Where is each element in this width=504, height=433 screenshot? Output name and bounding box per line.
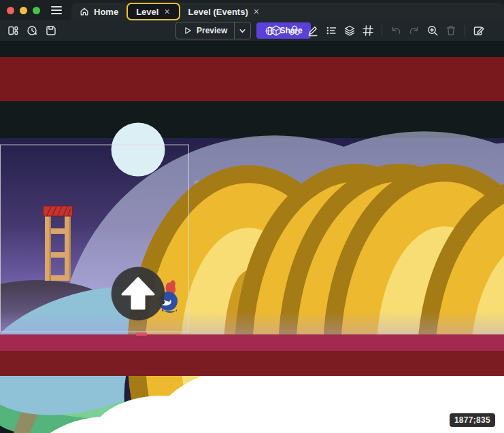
layers-icon[interactable] <box>342 23 357 38</box>
save-icon[interactable] <box>44 23 58 38</box>
panels-icon[interactable] <box>5 23 20 38</box>
hamburger-icon[interactable] <box>51 6 62 14</box>
tab-strip: Home Level × Level (Events) × <box>71 3 504 20</box>
zoom-window-button[interactable] <box>33 7 40 14</box>
top-red-band[interactable] <box>0 57 504 101</box>
chevron-down-icon <box>239 27 246 35</box>
toolbar: Preview Share <box>0 20 504 41</box>
edit-pencil-icon[interactable] <box>305 23 320 38</box>
undo-icon[interactable] <box>388 23 403 38</box>
preview-label: Preview <box>197 26 227 35</box>
titlebar: Home Level × Level (Events) × <box>0 0 504 20</box>
floor-crimson-band[interactable] <box>0 334 504 351</box>
instances-list-icon[interactable] <box>324 23 339 38</box>
preview-dropdown-button[interactable] <box>234 22 250 39</box>
jump-button[interactable] <box>112 267 165 321</box>
zoom-in-icon[interactable] <box>425 23 440 38</box>
toolbar-separator <box>465 25 465 36</box>
redo-icon[interactable] <box>407 23 422 38</box>
object-groups-icon[interactable] <box>287 23 302 38</box>
tab-level[interactable]: Level × <box>127 3 180 20</box>
edit-scene-properties-icon[interactable] <box>471 23 486 38</box>
scene-canvas[interactable]: 1877;835 <box>0 41 504 433</box>
tab-label: Home <box>94 7 118 17</box>
tab-label: Level (Events) <box>188 7 248 17</box>
preview-button[interactable]: Preview <box>175 22 251 39</box>
home-icon <box>80 7 89 16</box>
floor-dark-red-band[interactable] <box>0 351 504 376</box>
tab-label: Level <box>136 7 158 17</box>
cursor-coordinates-badge: 1877;835 <box>450 413 495 427</box>
play-icon <box>183 26 192 35</box>
minimize-window-button[interactable] <box>20 7 27 14</box>
objects-3d-icon[interactable] <box>269 23 284 38</box>
history-icon[interactable] <box>24 23 39 38</box>
window-controls <box>0 7 40 14</box>
tab-level-events[interactable]: Level (Events) × <box>180 3 268 20</box>
app-window: { "titlebar": { "window_controls": ["clo… <box>0 0 504 433</box>
toolbar-separator <box>382 25 382 36</box>
close-tab-icon[interactable]: × <box>163 7 170 16</box>
mist-front <box>0 311 504 334</box>
scene-svg <box>0 41 504 433</box>
red-marker <box>136 332 147 336</box>
close-window-button[interactable] <box>7 7 14 14</box>
grid-icon[interactable] <box>360 23 375 38</box>
close-tab-icon[interactable]: × <box>253 7 260 16</box>
moon <box>112 123 165 177</box>
tab-home[interactable]: Home <box>71 3 127 20</box>
trash-icon[interactable] <box>443 23 458 38</box>
